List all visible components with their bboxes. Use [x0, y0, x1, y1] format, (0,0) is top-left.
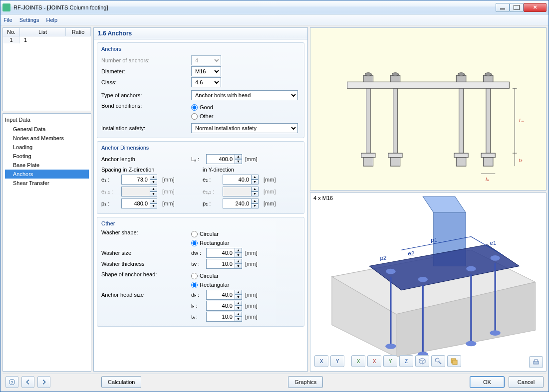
- grid-header-list[interactable]: List: [20, 28, 66, 36]
- svg-rect-13: [361, 153, 375, 158]
- svg-rect-17: [363, 158, 373, 166]
- maximize-button[interactable]: [510, 3, 524, 12]
- tree-item-nodes[interactable]: Nodes and Members: [5, 134, 89, 143]
- svg-line-54: [439, 362, 441, 364]
- window-title: RF-JOINTS - [JOINTS Column footing]: [13, 4, 108, 10]
- zoom-tool-button[interactable]: [431, 355, 445, 367]
- svg-rect-58: [535, 360, 538, 362]
- bond-other-radio[interactable]: Other: [191, 112, 214, 121]
- grid-header-ratio[interactable]: Ratio: [66, 28, 91, 36]
- svg-text:?: ?: [11, 380, 13, 385]
- svg-text:p1: p1: [431, 236, 437, 243]
- tree-item-general[interactable]: General Data: [5, 125, 89, 134]
- rotate-y-button[interactable]: Y: [383, 355, 397, 367]
- symbol-p2: p₂ :: [203, 200, 221, 207]
- rotate-x-button[interactable]: X: [351, 355, 365, 367]
- bond-good-radio[interactable]: Good: [191, 103, 214, 112]
- tree-item-loading[interactable]: Loading: [5, 143, 89, 152]
- cancel-button[interactable]: Cancel: [509, 376, 544, 388]
- head-circular-radio[interactable]: Circular: [191, 271, 229, 280]
- view-toolbar: X Y X X Y Z: [312, 353, 463, 369]
- label-head-size: Anchor head size: [101, 292, 191, 298]
- th-input[interactable]: ▲▼: [206, 312, 242, 322]
- install-safety-select[interactable]: Normal installation safety: [191, 123, 298, 133]
- group-dimensions: Anchor Dimensions Anchor length Lₐ : ▲▼ …: [97, 141, 304, 214]
- symbol-e12: e₁,₂ :: [101, 189, 119, 195]
- svg-point-5: [365, 73, 371, 76]
- app-icon: [2, 3, 10, 11]
- washer-rect-radio[interactable]: Rectangular: [191, 238, 229, 247]
- group-anchors: Anchors Number of anchors: 4 Diameter: M…: [97, 42, 304, 138]
- menu-help[interactable]: Help: [46, 17, 57, 23]
- prev-button[interactable]: [21, 376, 34, 388]
- form-title: 1.6 Anchors: [93, 27, 308, 39]
- grid-row[interactable]: 1 1: [3, 36, 91, 43]
- head-rect-radio[interactable]: Rectangular: [191, 280, 229, 289]
- label-type: Type of anchors:: [101, 92, 191, 98]
- minimize-button[interactable]: [496, 3, 510, 12]
- rotate-z-button[interactable]: Z: [399, 355, 413, 367]
- symbol-la: Lₐ :: [191, 156, 206, 163]
- p2-input[interactable]: ▲▼: [223, 198, 259, 208]
- rotate-neg-x-button[interactable]: X: [367, 355, 381, 367]
- tree-item-shear[interactable]: Shear Transfer: [5, 179, 89, 188]
- group-anchors-title: Anchors: [101, 46, 300, 52]
- label-washer-thk: Washer thickness: [101, 261, 191, 267]
- help-button[interactable]: ?: [5, 376, 18, 388]
- symbol-p1: p₁ :: [101, 200, 119, 207]
- e2-input[interactable]: ▲▼: [223, 175, 259, 185]
- ok-button[interactable]: OK: [470, 376, 505, 388]
- next-button[interactable]: [37, 376, 50, 388]
- menu-file[interactable]: File: [3, 17, 12, 23]
- calculation-button[interactable]: Calculation: [101, 376, 141, 388]
- class-select[interactable]: 4.6: [191, 77, 221, 87]
- layers-button[interactable]: [447, 355, 461, 367]
- e22-input: ▲▼: [223, 187, 259, 196]
- svg-point-8: [485, 73, 492, 76]
- svg-rect-19: [456, 158, 466, 166]
- tree-item-footing[interactable]: Footing: [5, 152, 89, 161]
- tree-item-anchors[interactable]: Anchors: [5, 170, 89, 179]
- svg-rect-0: [347, 82, 510, 88]
- grid-header-no[interactable]: No.: [3, 28, 20, 36]
- view-x-button[interactable]: X: [314, 355, 328, 367]
- svg-rect-15: [454, 153, 468, 158]
- list-grid: No. List Ratio 1 1: [2, 27, 91, 111]
- form-panel: 1.6 Anchors Anchors Number of anchors: 4…: [93, 27, 308, 372]
- washer-circular-radio[interactable]: Circular: [191, 229, 229, 238]
- symbol-th: tₕ :: [191, 314, 206, 320]
- iso-cube-button[interactable]: [415, 355, 429, 367]
- tw-input[interactable]: ▲▼: [206, 259, 242, 269]
- e12-input: ▲▼: [121, 187, 157, 196]
- svg-text:lₕ: lₕ: [486, 177, 489, 182]
- close-button[interactable]: [524, 3, 547, 12]
- svg-text:tₕ: tₕ: [519, 157, 523, 163]
- tree-item-baseplate[interactable]: Base Plate: [5, 161, 89, 170]
- nav-tree: Input Data General Data Nodes and Member…: [2, 113, 91, 372]
- svg-point-7: [458, 73, 465, 76]
- la-input[interactable]: ▲▼: [206, 154, 242, 164]
- diameter-select[interactable]: M16: [191, 66, 221, 76]
- dh-input[interactable]: ▲▼: [206, 290, 242, 300]
- client-area: No. List Ratio 1 1 Input Data Genera: [0, 25, 549, 392]
- menubar: File Settings Help: [0, 14, 549, 25]
- symbol-dh: dₕ :: [191, 292, 206, 298]
- svg-text:e1: e1: [490, 239, 496, 246]
- lh-input[interactable]: ▲▼: [206, 301, 242, 311]
- symbol-dw: dw :: [191, 250, 206, 256]
- svg-rect-3: [456, 75, 466, 82]
- svg-point-43: [466, 266, 476, 271]
- dw-input[interactable]: ▲▼: [206, 248, 242, 258]
- anchor-type-select[interactable]: Anchor bolts with head: [191, 90, 298, 100]
- group-other-title: Other: [101, 220, 300, 226]
- tree-root[interactable]: Input Data: [5, 116, 89, 124]
- view-y-button[interactable]: Y: [330, 355, 344, 367]
- graphics-button[interactable]: Graphics: [288, 376, 323, 388]
- menu-settings[interactable]: Settings: [19, 17, 39, 23]
- svg-marker-51: [419, 358, 425, 361]
- e1-input[interactable]: ▲▼: [121, 175, 157, 185]
- schematic-view: Lₐ tₕ lₕ: [310, 27, 547, 191]
- print-view-button[interactable]: [529, 356, 543, 368]
- p1-input[interactable]: ▲▼: [121, 198, 157, 208]
- svg-rect-18: [390, 158, 400, 166]
